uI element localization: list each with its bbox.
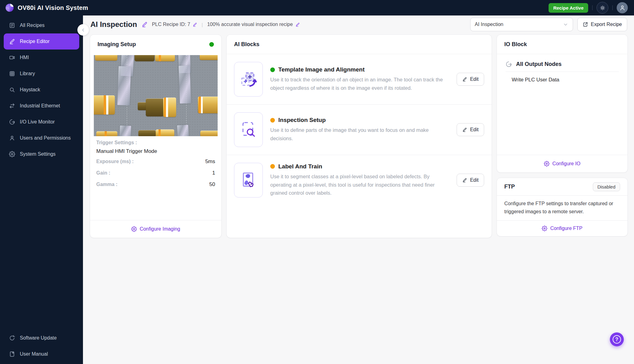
edit-label-train-button[interactable]: Edit xyxy=(457,174,484,187)
pencil-icon xyxy=(462,178,467,183)
user-icon xyxy=(9,135,15,141)
main-area: AI Inspection PLC Recipe ID: 7 | 100% ac… xyxy=(83,15,634,364)
help-button[interactable]: ? xyxy=(610,332,624,346)
recipe-active-badge: Recipe Active xyxy=(549,3,588,13)
chevron-down-icon xyxy=(563,22,568,27)
block-status-dot xyxy=(270,164,275,169)
sidebar-item-software-update[interactable]: Software Update xyxy=(4,330,79,346)
block-status-dot xyxy=(270,118,275,123)
sidebar-item-label: I/O Live Monitor xyxy=(20,119,55,125)
pencil-icon xyxy=(462,77,467,82)
exposure-row: Exposure (ms) : 5ms xyxy=(96,158,215,165)
circular-arrow-icon xyxy=(9,119,15,125)
gear-icon xyxy=(131,226,137,232)
block-description: Use it to define parts of the image that… xyxy=(270,126,449,142)
sidebar-item-label: Software Update xyxy=(20,335,57,341)
configure-io-link[interactable]: Configure IO xyxy=(497,155,627,172)
pencil-icon xyxy=(462,127,467,132)
ai-block-inspection-setup: Inspection Setup Use it to define parts … xyxy=(227,105,492,155)
sidebar-item-label: Industrial Ethernet xyxy=(20,103,60,109)
gear-icon xyxy=(542,226,547,231)
imaging-setup-card: Imaging Setup xyxy=(90,34,222,238)
search-icon xyxy=(9,87,15,93)
inspection-setup-icon xyxy=(234,112,263,147)
sidebar-item-library[interactable]: Library xyxy=(4,66,79,82)
user-icon xyxy=(619,5,626,11)
sidebar-item-system-settings[interactable]: System Settings xyxy=(4,146,79,162)
sidebar-item-label: All Recipes xyxy=(20,23,45,28)
sidebar-item-label: HMI xyxy=(20,55,29,60)
app-logo-icon xyxy=(6,4,14,12)
export-icon xyxy=(583,22,588,27)
recipe-select-value: AI Inspection xyxy=(475,22,504,27)
imaging-setup-title: Imaging Setup xyxy=(98,41,136,48)
export-recipe-button[interactable]: Export Recipe xyxy=(577,18,627,31)
ai-blocks-card: AI Blocks xyxy=(226,34,492,238)
ai-block-template-alignment: Template Image and Alignment Use it to t… xyxy=(227,54,492,104)
configure-imaging-link[interactable]: Configure Imaging xyxy=(90,220,221,238)
ftp-title: FTP xyxy=(504,184,515,190)
sidebar: All Recipes Recipe Editor HMI Library Ha… xyxy=(0,15,83,364)
template-alignment-icon xyxy=(234,62,263,97)
sidebar-item-recipe-editor[interactable]: Recipe Editor xyxy=(4,33,79,50)
block-status-dot xyxy=(270,67,275,72)
pencil-icon xyxy=(9,38,15,45)
recipes-list-icon xyxy=(9,22,15,28)
configure-ftp-link[interactable]: Configure FTP xyxy=(497,221,627,236)
block-description: Use it to segment classes at a pixel-lev… xyxy=(270,172,449,197)
sidebar-item-label: System Settings xyxy=(20,151,56,157)
header-separator: | xyxy=(202,22,203,27)
gear-icon xyxy=(9,151,15,157)
sidebar-item-industrial-ethernet[interactable]: Industrial Ethernet xyxy=(4,98,79,114)
gamma-row: Gamma : 50 xyxy=(96,181,215,188)
theme-toggle-button[interactable] xyxy=(597,2,608,14)
ftp-card: FTP Disabled Configure the FTP settings … xyxy=(497,178,628,236)
plc-recipe-id: PLC Recipe ID: 7 xyxy=(152,22,190,27)
circular-arrow-icon xyxy=(506,61,512,67)
user-avatar[interactable] xyxy=(617,2,628,13)
topbar: OV80i AI Vision System Recipe Active xyxy=(0,0,634,15)
sidebar-item-hmi[interactable]: HMI xyxy=(4,50,79,66)
manual-book-icon xyxy=(9,351,15,357)
recipe-select[interactable]: AI Inspection xyxy=(470,18,573,31)
gain-row: Gain : 1 xyxy=(96,170,215,176)
grid-icon xyxy=(9,71,15,77)
label-train-icon xyxy=(234,163,263,197)
gear-icon xyxy=(544,161,549,167)
edit-recipe-title-icon[interactable] xyxy=(141,21,148,28)
sidebar-item-label: Library xyxy=(20,71,35,76)
edit-description-icon[interactable] xyxy=(295,22,300,27)
refresh-icon xyxy=(9,335,15,341)
sun-icon xyxy=(600,5,606,11)
sidebar-item-user-manual[interactable]: User Manual xyxy=(4,346,79,362)
ftp-status-badge: Disabled xyxy=(593,182,620,191)
sidebar-item-io-live-monitor[interactable]: I/O Live Monitor xyxy=(4,114,79,130)
sidebar-item-label: Haystack xyxy=(20,87,40,93)
sidebar-item-label: Users and Permissions xyxy=(20,135,71,141)
recipe-description: 100% accurate visual inspection recipe xyxy=(207,22,293,27)
chevron-left-icon xyxy=(80,27,86,33)
ftp-description: Configure the FTP settings to transfer c… xyxy=(497,196,627,220)
captured-sample-image xyxy=(94,55,218,136)
sidebar-item-haystack[interactable]: Haystack xyxy=(4,82,79,98)
block-title: Label And Train xyxy=(278,163,322,170)
trigger-mode-value: Manual HMI Trigger Mode xyxy=(96,148,215,154)
sidebar-item-label: User Manual xyxy=(20,351,48,357)
hmi-camera-icon xyxy=(9,54,15,61)
page-header: AI Inspection PLC Recipe ID: 7 | 100% ac… xyxy=(83,15,634,33)
output-node-item: Write PLC User Data xyxy=(506,72,619,83)
edit-inspection-setup-button[interactable]: Edit xyxy=(457,123,484,136)
block-title: Inspection Setup xyxy=(278,117,326,124)
block-title: Template Image and Alignment xyxy=(278,66,365,73)
sidebar-item-label: Recipe Editor xyxy=(20,39,50,44)
sidebar-item-users-permissions[interactable]: Users and Permissions xyxy=(4,130,79,146)
ai-block-label-and-train: Label And Train Use it to segment classe… xyxy=(227,155,492,205)
recipe-title: AI Inspection xyxy=(90,20,137,29)
edit-template-alignment-button[interactable]: Edit xyxy=(457,73,484,86)
sidebar-collapse-button[interactable] xyxy=(77,24,89,36)
all-output-nodes-title: All Output Nodes xyxy=(516,61,562,67)
ai-blocks-title: AI Blocks xyxy=(234,41,259,48)
sidebar-item-all-recipes[interactable]: All Recipes xyxy=(4,17,79,33)
edit-plc-id-icon[interactable] xyxy=(193,22,197,27)
io-block-card: IO Block All Output Nodes Write PLC User… xyxy=(497,34,628,173)
